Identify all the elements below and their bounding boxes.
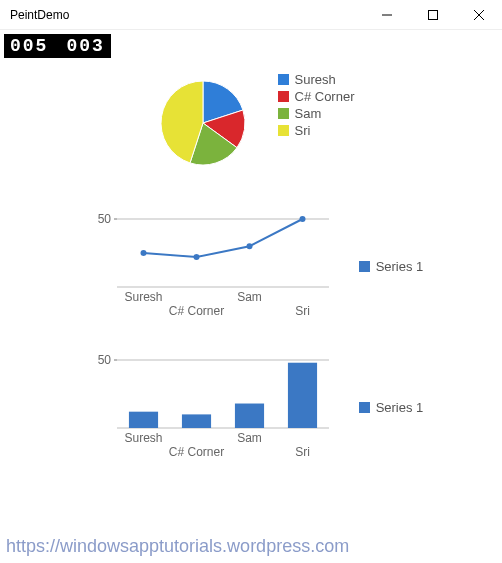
svg-text:Suresh: Suresh (124, 290, 162, 304)
legend-item: Suresh (278, 72, 355, 87)
window-controls (364, 0, 502, 29)
line-legend: Series 1 (359, 255, 424, 276)
legend-swatch (278, 91, 289, 102)
svg-text:Sam: Sam (237, 290, 262, 304)
svg-rect-21 (182, 414, 211, 428)
legend-label: Series 1 (376, 259, 424, 274)
legend-swatch (359, 402, 370, 413)
svg-text:50: 50 (97, 353, 111, 367)
legend-swatch (278, 125, 289, 136)
svg-rect-23 (288, 363, 317, 428)
svg-rect-1 (429, 10, 438, 19)
svg-rect-20 (129, 412, 158, 428)
svg-text:Sri: Sri (295, 304, 310, 318)
svg-point-9 (193, 254, 199, 260)
counter-left: 005 (10, 36, 48, 56)
minimize-button[interactable] (364, 0, 410, 29)
bar-legend: Series 1 (359, 396, 424, 417)
maximize-icon (428, 10, 438, 20)
svg-rect-22 (235, 404, 264, 428)
close-icon (474, 10, 484, 20)
legend-item: Sri (278, 123, 355, 138)
maximize-button[interactable] (410, 0, 456, 29)
svg-text:C# Corner: C# Corner (168, 445, 223, 459)
legend-item: Sam (278, 106, 355, 121)
svg-text:Sam: Sam (237, 431, 262, 445)
svg-point-8 (140, 250, 146, 256)
counter-right: 003 (66, 36, 104, 56)
svg-point-11 (299, 216, 305, 222)
bar-chart: 50SureshC# CornerSamSri (79, 350, 339, 463)
svg-point-10 (246, 243, 252, 249)
counter-display: 005 003 (4, 34, 111, 58)
minimize-icon (382, 10, 392, 20)
legend-label: Sam (295, 106, 322, 121)
svg-text:C# Corner: C# Corner (168, 304, 223, 318)
legend-swatch (359, 261, 370, 272)
window-title: PeintDemo (10, 8, 69, 22)
legend-swatch (278, 108, 289, 119)
legend-label: Series 1 (376, 400, 424, 415)
line-chart: 50SureshC# CornerSamSri (79, 209, 339, 322)
legend-item: C# Corner (278, 89, 355, 104)
close-button[interactable] (456, 0, 502, 29)
pie-chart-row: SureshC# CornerSamSri (10, 68, 492, 181)
legend-label: Sri (295, 123, 311, 138)
line-chart-row: 50SureshC# CornerSamSri Series 1 (10, 209, 492, 322)
legend-item: Series 1 (359, 259, 424, 274)
legend-label: C# Corner (295, 89, 355, 104)
titlebar: PeintDemo (0, 0, 502, 30)
svg-text:Sri: Sri (295, 445, 310, 459)
pie-chart (148, 68, 258, 181)
svg-text:50: 50 (97, 212, 111, 226)
chart-area: SureshC# CornerSamSri 50SureshC# CornerS… (0, 58, 502, 463)
svg-text:Suresh: Suresh (124, 431, 162, 445)
legend-swatch (278, 74, 289, 85)
watermark-url: https://windowsapptutorials.wordpress.co… (6, 536, 349, 557)
legend-item: Series 1 (359, 400, 424, 415)
bar-chart-row: 50SureshC# CornerSamSri Series 1 (10, 350, 492, 463)
legend-label: Suresh (295, 72, 336, 87)
pie-legend: SureshC# CornerSamSri (278, 68, 355, 140)
